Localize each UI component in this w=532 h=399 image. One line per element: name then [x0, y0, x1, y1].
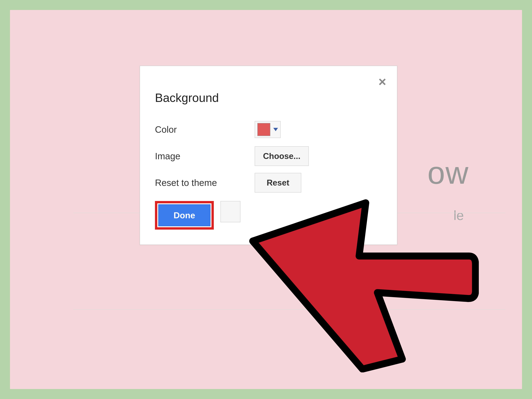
dialog-actions: Done — [155, 201, 382, 230]
row-color: Color — [155, 120, 382, 139]
reset-button[interactable]: Reset — [255, 173, 301, 192]
color-label: Color — [155, 124, 255, 135]
background-divider-2 — [73, 309, 505, 310]
image-label: Image — [155, 151, 255, 161]
chevron-down-icon — [273, 128, 278, 131]
choose-image-button[interactable]: Choose... — [255, 146, 309, 166]
background-dialog: × Background Color Image Choose... Reset… — [140, 66, 397, 245]
reset-label: Reset to theme — [155, 177, 255, 188]
done-button[interactable]: Done — [158, 204, 210, 226]
highlight-ring: Done — [155, 201, 214, 230]
dialog-title: Background — [155, 91, 382, 105]
background-subtitle-fragment: le — [454, 208, 464, 223]
secondary-button-obscured[interactable] — [221, 201, 241, 222]
close-icon[interactable]: × — [378, 75, 386, 89]
tutorial-frame: ow le × Background Color Image Choose...… — [0, 0, 532, 399]
screenshot-canvas: ow le × Background Color Image Choose...… — [10, 10, 522, 389]
color-picker[interactable] — [255, 121, 281, 138]
row-reset: Reset to theme Reset — [155, 173, 382, 193]
row-image: Image Choose... — [155, 146, 382, 166]
background-title-fragment: ow — [427, 155, 469, 191]
color-swatch — [257, 123, 270, 136]
